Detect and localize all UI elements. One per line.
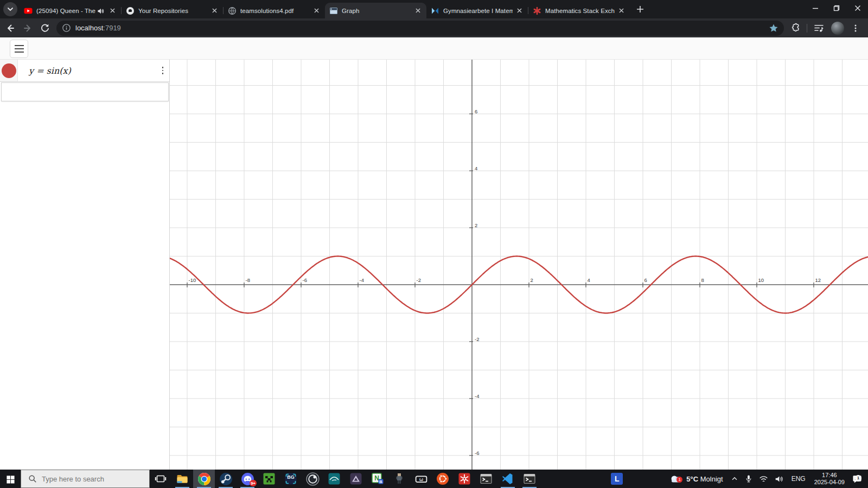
svg-text:-10: -10 [189,277,196,283]
tab-audio-icon[interactable] [97,7,105,15]
network-icon[interactable] [756,470,771,488]
expression-equation[interactable]: y = sin(x) [29,66,71,76]
tray-chevron-up-icon[interactable] [727,470,742,488]
volume-icon[interactable] [771,470,787,488]
tab-title: Gymnasiearbete I Matematik (M [443,8,513,14]
expression-row[interactable]: y = sin(x) [0,60,169,82]
browser-menu-kebab-icon[interactable] [848,21,863,35]
taskbar-chrome-icon[interactable] [193,470,215,488]
extensions-icon[interactable] [788,21,802,35]
taskbar-pixel-character-icon[interactable] [388,470,410,488]
tab-close-icon[interactable] [210,7,219,15]
taskbar-discord-icon[interactable]: 9+ [237,470,258,488]
app-window-icon [329,7,338,15]
weather-widget[interactable]: 1 5°C Molnigt [665,470,727,488]
taskbar-file-explorer-icon[interactable] [171,470,193,488]
github-icon [126,7,135,15]
expression-body[interactable]: y = sin(x) [18,60,169,81]
notification-count-badge: 9+ [250,480,257,486]
stackexchange-icon [533,7,541,15]
taskbar-notepad-app-icon[interactable]: NB [367,470,388,488]
taskbar-red-knot-app-icon[interactable] [454,470,475,488]
taskbar-task-view-icon[interactable] [150,470,171,488]
url-port: :7919 [103,24,121,32]
tab-close-icon[interactable] [617,7,626,15]
tab-close-icon[interactable] [108,7,117,15]
tab-close-icon[interactable] [413,7,422,15]
windows-taskbar: 9+BGNBω L 1 5°C Molnigt ENG [0,470,868,488]
svg-text:-6: -6 [303,277,307,283]
app-toolbar [0,37,868,60]
tab-25094-queen-the-march[interactable]: (25094) Queen - The March [20,3,121,18]
clock-time: 17:46 [814,472,845,479]
tab-title: Graph [342,8,411,14]
tab-close-icon[interactable] [312,7,321,15]
youtube-icon [24,7,33,15]
svg-text:6: 6 [475,108,477,114]
bookmark-star-icon[interactable] [769,23,778,33]
taskbar-obs-studio-icon[interactable] [302,470,323,488]
svg-text:-2: -2 [475,336,479,342]
toolbar-separator [807,24,807,33]
tab-your-repositories[interactable]: Your Repositories [122,3,223,18]
svg-text:6: 6 [644,277,647,283]
taskbar-bg-app-icon[interactable]: BG [280,470,302,488]
taskbar-steam-icon[interactable] [215,470,237,488]
action-center-icon[interactable]: 1 [849,470,868,488]
browser-address-bar: localhost:7919 [0,18,868,37]
taskbar-terminal2-icon[interactable] [519,470,540,488]
taskbar-search-box[interactable] [21,470,150,488]
taskbar-terminal-icon[interactable] [475,470,497,488]
svg-text:-8: -8 [246,277,250,283]
system-tray: L 1 5°C Molnigt ENG 17:46 [611,470,868,488]
tab-gymnasiearbete-i-matematik-m[interactable]: Gymnasiearbete I Matematik (M [426,3,528,18]
svg-text:B: B [379,479,382,484]
tab-mathematics-stack-exchange[interactable]: Mathematics Stack Exchange [528,3,630,18]
tab-graph[interactable]: Graph [325,3,426,18]
profile-avatar[interactable] [831,22,844,35]
taskbar-search-input[interactable] [42,475,139,483]
svg-text:2: 2 [475,222,477,228]
taskbar-clock[interactable]: 17:46 2025-04-09 [810,472,849,486]
taskbar-keyboard-app-icon[interactable]: ω [410,470,432,488]
graph-canvas[interactable]: -10-8-6-4-224681012642-2-4-6 [170,60,868,470]
svg-text:-4: -4 [360,277,364,283]
media-controls-icon[interactable] [812,21,826,35]
taskbar-disney-plus-icon[interactable] [323,470,345,488]
window-close-button[interactable] [847,0,868,16]
input-language-indicator[interactable]: ENG [787,475,810,483]
hamburger-menu-icon[interactable] [10,40,28,58]
tab-search-chevron-icon[interactable] [3,2,17,16]
svg-text:-4: -4 [475,393,479,399]
site-info-icon[interactable] [62,23,71,33]
tray-pinned-app-l[interactable]: L [611,473,623,485]
url-bar[interactable]: localhost:7919 [56,21,784,36]
expression-kebab-icon[interactable] [161,67,165,74]
weather-temp: 5°C [686,475,698,483]
globe-icon [228,7,237,15]
new-tab-button[interactable] [633,2,647,16]
svg-text:4: 4 [475,165,477,171]
window-minimize-button[interactable] [805,0,826,16]
back-icon[interactable] [3,21,17,35]
clock-date: 2025-04-09 [814,479,845,486]
expression-gutter [0,60,18,81]
reload-icon[interactable] [38,21,52,35]
expression-color-dot[interactable] [2,63,16,78]
weather-desc: Molnigt [700,475,723,483]
taskbar-triangle-app-icon[interactable] [345,470,367,488]
start-button[interactable] [0,470,21,488]
graphing-app-page: y = sin(x) -10-8-6-4-224681012642-2-4-6 [0,37,868,470]
tab-teamsolutions4-pdf[interactable]: teamsolutions4.pdf [224,3,325,18]
taskbar-vscode-icon[interactable] [497,470,519,488]
taskbar-ubuntu-icon[interactable] [432,470,454,488]
forward-icon[interactable] [21,21,35,35]
window-controls [805,0,868,18]
bg-app-label: BG [280,474,302,480]
url-host: localhost [75,24,103,32]
window-restore-button[interactable] [826,0,847,16]
tab-close-icon[interactable] [515,7,524,15]
microphone-icon[interactable] [742,470,756,488]
new-expression-row[interactable] [1,82,169,101]
taskbar-minecraft-icon[interactable] [258,470,280,488]
